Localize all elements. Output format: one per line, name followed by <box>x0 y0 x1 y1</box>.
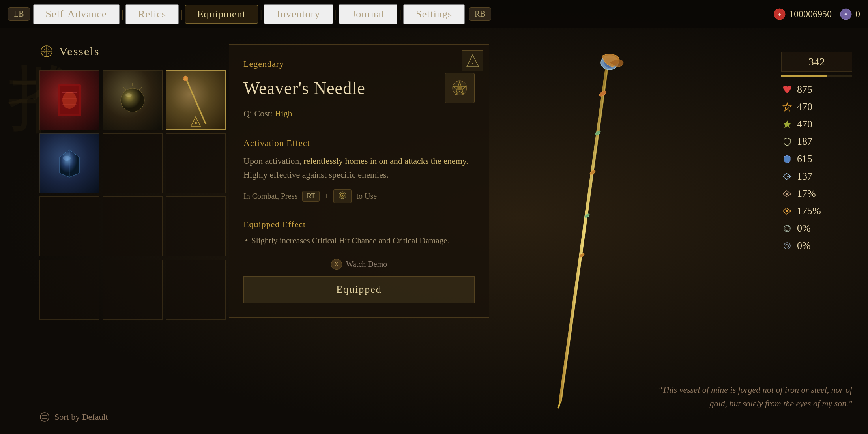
svg-text:♦: ♦ <box>778 11 781 17</box>
svg-text:✦: ✦ <box>844 11 848 17</box>
speed-icon <box>781 170 793 182</box>
svg-point-14 <box>121 88 144 112</box>
item-slot-6[interactable] <box>166 133 226 193</box>
stat-row-crit-chance: 17% <box>781 188 852 200</box>
activation-effect-text: Upon activation, relentlessly homes in o… <box>243 154 475 181</box>
silver-amount: 0 <box>855 9 860 19</box>
equipped-button[interactable]: Equipped <box>243 276 475 303</box>
gold-currency: ♦ 100006950 <box>773 8 832 21</box>
stat-row-hp: 875 <box>781 84 852 95</box>
item-slot-11[interactable] <box>103 260 163 320</box>
tab-inventory[interactable]: Inventory <box>264 4 333 24</box>
stat-row-stamina: 470 <box>781 101 852 113</box>
effect-text-after: Highly effective against specific enemie… <box>243 170 389 180</box>
weapon-container <box>529 44 639 419</box>
item-name-row: Weaver's Needle <box>243 73 475 103</box>
svg-line-18 <box>123 87 126 90</box>
item-slot-5[interactable] <box>103 133 163 193</box>
stat-row-status1: 0% <box>781 223 852 234</box>
stat-status2-value: 0% <box>797 240 811 252</box>
corner-badge <box>462 50 483 71</box>
heart-icon <box>781 84 793 95</box>
stat-light-def-value: 187 <box>797 136 812 148</box>
item-slot-3[interactable] <box>166 70 226 130</box>
silver-currency: ✦ 0 <box>840 8 860 21</box>
item-slot-9[interactable] <box>166 196 226 256</box>
item-slot-4[interactable] <box>39 133 99 193</box>
level-bar <box>781 75 852 77</box>
item-icon-badge <box>445 73 475 103</box>
item-name: Weaver's Needle <box>243 78 365 98</box>
left-panel: Vessels <box>0 28 221 434</box>
panel-title: Vessels <box>39 44 213 58</box>
svg-point-56 <box>786 244 789 247</box>
nav-bar: LB Self-Advance | Relics | Equipment | I… <box>0 0 868 28</box>
item-slot-1[interactable] <box>39 70 99 130</box>
item-slot-8[interactable] <box>103 196 163 256</box>
tab-relics[interactable]: Relics <box>125 4 179 24</box>
svg-marker-23 <box>191 117 200 126</box>
svg-line-40 <box>561 62 608 401</box>
svg-marker-32 <box>467 55 479 67</box>
status1-icon <box>781 223 793 234</box>
nav-sep-1: | <box>122 8 124 21</box>
divider-1 <box>243 130 475 130</box>
stat-row-speed: 137 <box>781 170 852 182</box>
sort-label: Sort by Default <box>54 412 108 422</box>
combat-hint: In Combat, Press RT + to Use <box>243 189 475 203</box>
item-qi-cost: Qi Cost: High <box>243 108 475 119</box>
divider-2 <box>243 211 475 211</box>
sort-button[interactable]: Sort by Default <box>39 400 108 422</box>
nav-sep-2: | <box>181 8 183 21</box>
svg-point-53 <box>786 210 788 212</box>
item-grid <box>39 70 213 320</box>
tab-settings[interactable]: Settings <box>403 4 465 24</box>
equipped-effect-text: Slightly increases Critical Hit Chance a… <box>243 234 475 248</box>
lb-indicator: LB <box>8 7 30 21</box>
svg-line-39 <box>560 62 608 401</box>
stat-row-status2: 0% <box>781 240 852 252</box>
item-slot-2[interactable] <box>103 70 163 130</box>
stat-attack-value: 470 <box>797 118 812 130</box>
watch-demo-icon: X <box>331 259 342 270</box>
effect-text-highlight: relentlessly homes in on and attacks the… <box>303 156 468 166</box>
item-slot-10[interactable] <box>39 260 99 320</box>
item-slot-12[interactable] <box>166 260 226 320</box>
stat-status1-value: 0% <box>797 223 811 234</box>
selected-indicator <box>190 116 201 127</box>
weapon-svg <box>533 54 635 409</box>
svg-point-24 <box>195 122 197 124</box>
combat-plus: + <box>324 192 329 201</box>
tab-self-advance[interactable]: Self-Advance <box>33 4 120 24</box>
svg-point-13 <box>62 92 77 109</box>
nav-sep-3: | <box>260 8 262 21</box>
level-display: 342 <box>781 52 852 72</box>
gold-icon: ♦ <box>773 8 786 21</box>
stat-speed-value: 137 <box>797 170 812 182</box>
item-2-image <box>103 71 162 130</box>
svg-marker-49 <box>556 408 560 409</box>
svg-point-52 <box>786 193 788 195</box>
tab-equipment[interactable]: Equipment <box>185 5 258 24</box>
rb-indicator: RB <box>469 7 491 21</box>
demo-btn-label: X <box>334 261 339 268</box>
stats-panel: 342 875 470 <box>781 52 852 257</box>
stat-hp-value: 875 <box>797 84 812 95</box>
main-content: Vessels <box>0 28 868 434</box>
item-slot-7[interactable] <box>39 196 99 256</box>
level-bar-fill <box>781 75 827 77</box>
effect-text-before: Upon activation, <box>243 156 301 166</box>
combat-hint-prefix: In Combat, Press <box>243 192 297 201</box>
attack-icon <box>781 118 793 130</box>
stat-defense-value: 615 <box>797 153 812 165</box>
tab-journal[interactable]: Journal <box>339 4 397 24</box>
item-4-image <box>40 134 99 193</box>
qi-cost-value: High <box>275 108 292 118</box>
svg-point-35 <box>457 86 462 90</box>
stat-row-light-def: 187 <box>781 136 852 148</box>
svg-point-38 <box>342 195 343 196</box>
watch-demo-row[interactable]: X Watch Demo <box>243 259 475 270</box>
stat-crit-damage-value: 175% <box>797 205 821 217</box>
right-panel: 342 875 470 <box>497 28 868 434</box>
item-card: Legendary Weaver's Needle Qi Cost: High … <box>229 44 489 318</box>
